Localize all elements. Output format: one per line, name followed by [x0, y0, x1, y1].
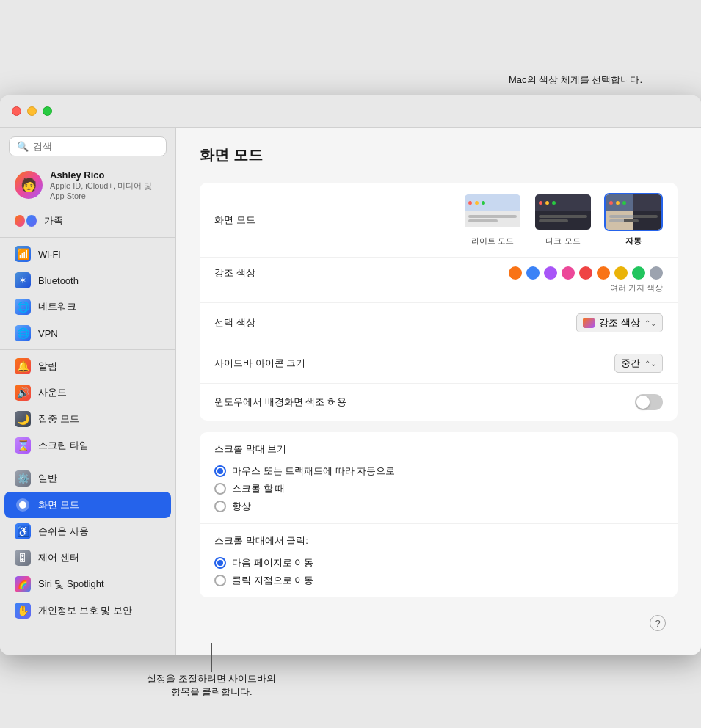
sidebar-item-label: 집중 모드 [38, 412, 79, 426]
click-title: 스크롤 막대에서 클릭: [214, 534, 663, 547]
accent-color-gray[interactable] [650, 266, 663, 280]
sidebar-item-focus[interactable]: 🌙 집중 모드 [4, 406, 171, 432]
sidebar-item-label: 개인정보 보호 및 보안 [38, 604, 132, 617]
highlight-value: 강조 색상 [599, 316, 640, 330]
click-next-option[interactable]: 다음 페이지로 이동 [214, 556, 663, 569]
mode-light-label: 라이트 모드 [471, 236, 514, 247]
radio-inner [217, 560, 223, 566]
sidebar-item-controlcenter[interactable]: 🎛 제어 센터 [4, 545, 171, 571]
accent-color-blue[interactable] [526, 266, 540, 280]
accent-color-label: 강조 색상 [214, 266, 255, 280]
sidebar-item-label: Wi-Fi [38, 249, 60, 260]
sidebar-item-notifications[interactable]: 🔔 알림 [4, 353, 171, 379]
sidebar-item-privacy[interactable]: ✋ 개인정보 보호 및 보안 [4, 597, 171, 624]
sidebar-item-vpn[interactable]: 🌐 VPN [4, 320, 171, 346]
accent-color-yellow[interactable] [614, 266, 628, 280]
sidebar-item-label: 손쉬운 사용 [38, 525, 89, 538]
toggle-knob [636, 396, 650, 409]
sidebar-item-sound[interactable]: 🔊 사운드 [4, 379, 171, 406]
page-title: 화면 모드 [200, 145, 678, 165]
siri-icon: 🌈 [15, 576, 31, 592]
sidebar-item-screentime[interactable]: ⌛ 스크린 타임 [4, 432, 171, 459]
sidebar-icon-select[interactable]: 중간 ⌃⌄ [614, 354, 663, 373]
sidebar-item-general[interactable]: ⚙️ 일반 [4, 465, 171, 492]
accent-color-row: 강조 색상 [200, 258, 678, 303]
mode-dark[interactable]: 다크 모드 [534, 193, 592, 247]
scrollbar-auto-option[interactable]: 마우스 또는 트랙패드에 따라 자동으로 [214, 465, 663, 478]
scrollbar-auto-radio[interactable] [214, 465, 226, 477]
sidebar-item-label: 사운드 [38, 386, 67, 399]
mode-auto[interactable]: 자동 [604, 193, 663, 247]
maximize-button[interactable] [43, 106, 52, 116]
sidebar-item-family[interactable]: 가족 [4, 208, 171, 234]
accent-color-purple[interactable] [544, 266, 557, 280]
appearance-mode-label: 화면 모드 [214, 214, 255, 227]
wallpaper-tint-toggle[interactable] [635, 394, 663, 410]
scrollbar-title: 스크롤 막대 보기 [214, 443, 663, 456]
accent-color-green[interactable] [632, 266, 645, 280]
sidebar-item-appearance[interactable]: 화면 모드 [4, 492, 171, 518]
wifi-icon: 📶 [15, 246, 31, 262]
accent-color-red[interactable] [579, 266, 592, 280]
divider-2 [0, 349, 175, 350]
sidebar-icon-value: 중간 [621, 357, 640, 370]
click-spot-radio[interactable] [214, 575, 226, 586]
click-spot-option[interactable]: 클릭 지점으로 이동 [214, 574, 663, 587]
sidebar-item-wifi[interactable]: 📶 Wi-Fi [4, 241, 171, 267]
mode-dark-preview [534, 193, 592, 231]
click-next-radio[interactable] [214, 557, 226, 569]
mode-light[interactable]: 라이트 모드 [463, 193, 522, 247]
search-input[interactable] [33, 141, 159, 152]
tooltip-top: Mac의 색상 체계를 선택합니다. [509, 73, 642, 134]
click-radio-group: 스크롤 막대에서 클릭: 다음 페이지로 이동 클릭 지점으로 이동 [200, 524, 678, 597]
user-profile[interactable]: 🧑 Ashley Rico Apple ID, iCloud+, 미디어 및 A… [4, 162, 171, 208]
sidebar-item-label: 화면 모드 [38, 498, 79, 512]
sidebar-item-accessibility[interactable]: ♿ 손쉬운 사용 [4, 518, 171, 545]
accent-sublabel: 여러 가지 색상 [610, 283, 663, 294]
sidebar-icon-row: 사이드바 아이콘 크기 중간 ⌃⌄ [200, 343, 678, 384]
sidebar-item-siri[interactable]: 🌈 Siri 및 Spotlight [4, 571, 171, 597]
user-name: Ashley Rico [50, 170, 161, 181]
chevron-icon: ⌃⌄ [644, 360, 656, 368]
accent-color-multicolor[interactable] [509, 266, 522, 280]
accent-color-pink[interactable] [562, 266, 575, 280]
divider-1 [0, 237, 175, 238]
focus-icon: 🌙 [15, 411, 31, 427]
highlight-label: 선택 색상 [214, 316, 255, 330]
main-content: 화면 모드 화면 모드 [176, 128, 701, 655]
appearance-modes: 라이트 모드 [463, 193, 663, 247]
notifications-icon: 🔔 [15, 358, 31, 374]
close-button[interactable] [12, 106, 21, 116]
minimize-button[interactable] [27, 106, 37, 116]
appearance-icon [15, 497, 31, 513]
appearance-section: 화면 모드 [200, 183, 678, 421]
family-label: 가족 [44, 214, 63, 228]
scrollbar-scroll-option[interactable]: 스크롤 할 때 [214, 482, 663, 495]
wallpaper-tint-row: 윈도우에서 배경화면 색조 허용 [200, 384, 678, 421]
help-button[interactable]: ? [650, 615, 666, 631]
sidebar-item-network[interactable]: 🌐 네트워크 [4, 294, 171, 320]
divider-3 [0, 462, 175, 462]
sidebar-item-label: 알림 [38, 360, 57, 373]
search-icon: 🔍 [17, 141, 29, 152]
accent-colors-control: 여러 가지 색상 [509, 266, 663, 294]
accent-color-orange[interactable] [597, 266, 610, 280]
scrollbar-scroll-label: 스크롤 할 때 [232, 482, 285, 495]
main-window: 🔍 🧑 Ashley Rico Apple ID, iCloud+, 미디어 및… [0, 95, 701, 655]
screentime-icon: ⌛ [15, 437, 31, 454]
sidebar: 🔍 🧑 Ashley Rico Apple ID, iCloud+, 미디어 및… [0, 128, 176, 655]
sidebar-item-bluetooth[interactable]: ✶ Bluetooth [4, 267, 171, 294]
search-bar[interactable]: 🔍 [9, 136, 167, 156]
mode-auto-label: 자동 [625, 236, 642, 247]
svg-point-1 [19, 501, 26, 509]
scrollbar-scroll-radio[interactable] [214, 483, 226, 495]
radio-inner [217, 468, 223, 474]
highlight-select[interactable]: 강조 색상 ⌃⌄ [576, 313, 663, 332]
user-subtitle: Apple ID, iCloud+, 미디어 및 App Store [50, 181, 161, 200]
tooltip-bottom: 설정을 조절하려면 사이드바의 항목을 클릭합니다. [147, 643, 276, 699]
scrollbar-always-radio[interactable] [214, 500, 226, 512]
scrollbar-always-label: 항상 [232, 500, 251, 513]
mode-auto-preview [604, 193, 663, 231]
sidebar-item-label: VPN [38, 328, 58, 339]
scrollbar-always-option[interactable]: 항상 [214, 500, 663, 513]
